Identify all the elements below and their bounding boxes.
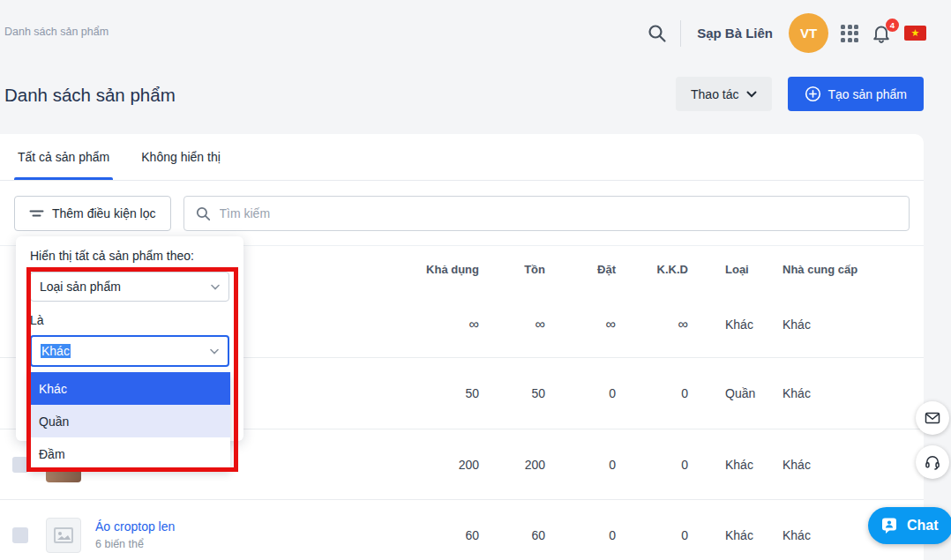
search-icon [195,205,212,222]
tab-all-products[interactable]: Tất cả sản phẩm [14,134,113,180]
cell-type: Khác [688,528,783,542]
chat-button[interactable]: Chat [868,507,951,544]
product-name-link[interactable]: Áo croptop len [95,519,175,534]
search-field-wrap [183,196,910,231]
cell-ordered: 0 [545,528,616,542]
email-support-button[interactable] [916,401,949,435]
headphones-icon [924,453,941,471]
vietnam-flag-icon[interactable]: ★ [904,26,926,41]
apps-grid-icon[interactable] [841,25,858,42]
image-placeholder-icon [54,527,73,543]
option-quan[interactable]: Quần [29,405,230,437]
column-header-type: Loại [688,263,783,276]
cell-kkd: 0 [616,528,688,542]
cell-ordered: ∞ [545,317,616,332]
search-icon[interactable] [647,23,668,44]
product-placeholder-thumbnail [46,518,81,553]
actions-dropdown-button[interactable]: Thao tác [676,77,771,111]
search-input[interactable] [220,206,898,220]
cell-kkd: 0 [616,386,688,400]
row-checkbox[interactable] [12,457,28,473]
option-dam[interactable]: Đầm [29,437,230,470]
cell-stock: 50 [479,386,545,400]
cell-type: Khác [688,317,783,332]
column-header-supplier: Nhà cung cấp [783,263,924,276]
plus-circle-icon [805,86,821,102]
cell-available: 200 [405,458,479,472]
create-product-button[interactable]: Tạo sản phẩm [788,77,925,111]
cell-supplier: Khác [783,386,924,400]
header-actions: Sạp Bà Liên VT 4 ★ [647,0,926,66]
cell-ordered: 0 [545,386,616,400]
tab-bar: Tất cả sản phẩm Không hiển thị [0,134,924,181]
add-filter-button[interactable]: Thêm điều kiện lọc [14,196,171,231]
cell-available: 60 [405,528,479,542]
tab-hidden[interactable]: Không hiển thị [138,134,224,180]
chevron-down-icon [210,348,219,355]
cell-kkd: ∞ [616,317,688,332]
filter-value-select[interactable]: Khác [30,335,229,367]
chat-icon [879,515,900,536]
option-khac[interactable]: Khác [29,372,230,405]
page-header: Danh sách sản phẩm Thao tác Tạo sản phẩm [0,66,951,134]
avatar[interactable]: VT [789,13,828,53]
column-header-ordered: Đặt [545,263,616,276]
row-checkbox[interactable] [12,527,28,543]
cell-available: 50 [405,386,479,400]
filter-icon [29,207,44,220]
breadcrumb: Danh sách sản phẩm [4,26,109,38]
cell-available: ∞ [405,317,479,332]
cell-stock: ∞ [479,317,545,332]
cell-stock: 200 [479,458,545,472]
column-header-available: Khả dụng [405,263,479,276]
table-row: Áo croptop len 6 biến thể 60 60 0 0 Khác… [0,499,924,560]
cell-supplier: Khác [783,317,924,332]
column-header-kkd: K.K.D [616,263,688,276]
variant-count: 6 biến thể [95,538,405,550]
store-name[interactable]: Sạp Bà Liên [697,26,773,41]
filter-popup-label: Hiển thị tất cả sản phẩm theo: [30,249,229,263]
cell-ordered: 0 [545,458,616,472]
page-title: Danh sách sản phẩm [4,85,176,106]
cell-stock: 60 [479,528,545,542]
selected-value-text: Khác [41,344,71,358]
support-headset-button[interactable] [916,445,949,479]
top-header: Danh sách sản phẩm Sạp Bà Liên VT 4 ★ [0,0,951,66]
envelope-icon [924,409,941,427]
cell-type: Khác [688,458,783,472]
filter-value-options: Khác Quần Đầm [29,372,230,470]
chevron-down-icon [211,284,220,290]
chevron-down-icon [746,91,757,98]
filter-field-select[interactable]: Loại sản phẩm [30,272,229,302]
cell-type: Quần [688,386,783,400]
column-header-stock: Tồn [479,263,545,276]
notifications-bell-icon[interactable]: 4 [871,23,892,44]
notification-badge: 4 [886,19,899,32]
header-divider [680,20,681,47]
cell-supplier: Khác [783,458,924,472]
cell-kkd: 0 [616,458,688,472]
page-actions: Thao tác Tạo sản phẩm [676,77,924,111]
filter-operator-label: Là [30,313,229,327]
